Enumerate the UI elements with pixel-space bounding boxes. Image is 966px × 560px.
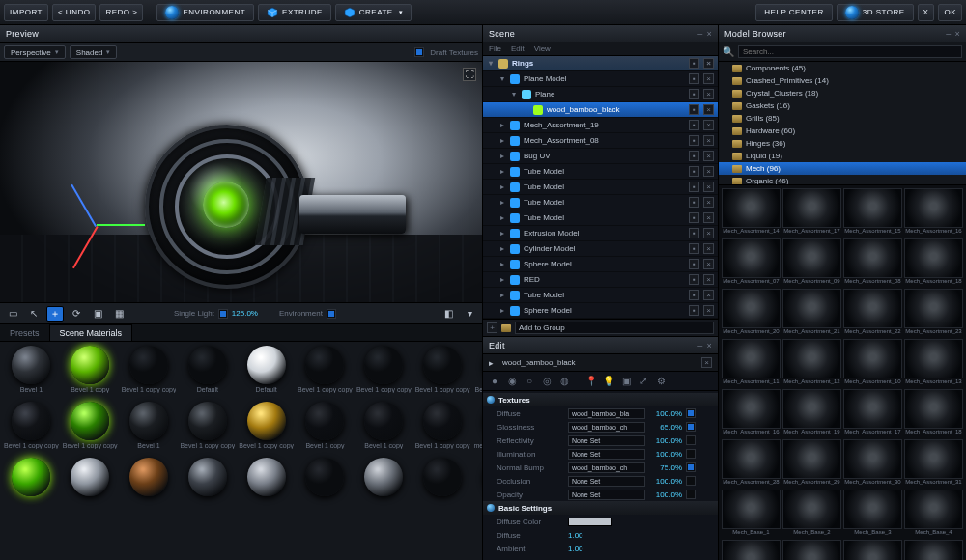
row-delete-icon[interactable]: × xyxy=(703,104,714,115)
property-checkbox[interactable] xyxy=(686,408,696,418)
color-swatch[interactable] xyxy=(568,518,612,526)
row-delete-icon[interactable]: × xyxy=(703,274,714,285)
row-visibility-icon[interactable]: ▪ xyxy=(689,212,699,223)
property-checkbox[interactable] xyxy=(686,435,696,445)
scene-node[interactable]: ▸Sphere Model▪× xyxy=(483,303,718,319)
toggle-icon[interactable]: ▸ xyxy=(498,229,506,238)
row-visibility-icon[interactable]: ▪ xyxy=(689,104,699,115)
property-checkbox[interactable] xyxy=(686,476,696,486)
scene-close-icon[interactable]: × xyxy=(706,29,712,39)
snap-tool-icon[interactable]: ▦ xyxy=(110,306,128,322)
folder-row[interactable]: Components (45) xyxy=(719,62,966,74)
row-delete-icon[interactable]: × xyxy=(703,290,714,300)
model-thumbnail[interactable]: Mech_Assortment_16 xyxy=(722,389,781,437)
model-thumbnail[interactable]: Mech_Base_2 xyxy=(782,490,841,538)
pin-icon[interactable]: 📍 xyxy=(583,374,599,389)
scene-node[interactable]: ▾Plane▪× xyxy=(483,87,718,102)
model-thumbnail[interactable]: Mech_Assortment_15 xyxy=(843,188,902,237)
circle-icon[interactable]: ○ xyxy=(522,374,537,389)
extrude-button[interactable]: EXTRUDE xyxy=(258,4,331,21)
material-swatch[interactable]: Bevel 1 copy copy xyxy=(356,346,412,398)
model-thumbnail[interactable]: Mech_Assortment_13 xyxy=(904,339,963,387)
single-light-checkbox[interactable] xyxy=(218,309,228,319)
model-thumbnail[interactable]: Mech_Base_1 xyxy=(722,490,781,538)
row-delete-icon[interactable]: × xyxy=(703,228,714,238)
toggle-icon[interactable]: ▸ xyxy=(498,213,506,222)
row-visibility-icon[interactable]: ▪ xyxy=(689,166,699,177)
sphere-icon[interactable]: ● xyxy=(487,374,502,389)
import-button[interactable]: IMPORT xyxy=(4,4,48,21)
model-thumbnail[interactable]: Mech_Disc_01 xyxy=(904,540,963,560)
model-thumbnail[interactable]: Mech_Assortment_20 xyxy=(722,289,781,337)
model-thumbnail[interactable]: Mech_Assortment_23 xyxy=(904,289,963,337)
toggle-icon[interactable]: ▾ xyxy=(510,90,518,98)
menu-edit[interactable]: Edit xyxy=(511,44,525,53)
model-thumbnail[interactable]: Mech_Assortment_29 xyxy=(782,439,841,488)
tab-presets[interactable]: Presets xyxy=(0,324,49,341)
toggle-icon[interactable]: ▸ xyxy=(498,182,506,191)
material-swatch[interactable]: Bevel 1 copy copy xyxy=(415,346,470,398)
folder-row[interactable]: Liquid (19) xyxy=(719,150,966,162)
row-delete-icon[interactable]: × xyxy=(703,197,714,208)
property-checkbox[interactable] xyxy=(686,490,696,499)
material-swatch[interactable]: Bevel 1 xyxy=(4,346,59,398)
disc-icon[interactable]: ◍ xyxy=(556,374,572,389)
scene-group-header[interactable]: ▾ Rings ▪ × xyxy=(483,56,718,71)
property-value-field[interactable]: None Set xyxy=(568,435,645,446)
property-value-field[interactable]: wood_bamboo_bla xyxy=(568,408,645,419)
toggle-icon[interactable]: ▸ xyxy=(498,121,506,129)
row-delete-icon[interactable]: × xyxy=(703,58,714,69)
gear-icon[interactable]: ⚙ xyxy=(653,374,668,389)
property-value-field[interactable]: wood_bamboo_ch xyxy=(568,422,645,433)
toggle-icon[interactable]: ▸ xyxy=(498,291,506,299)
draft-textures-checkbox[interactable] xyxy=(414,47,424,57)
row-delete-icon[interactable]: × xyxy=(703,166,714,177)
property-value-field[interactable]: None Set xyxy=(568,449,645,460)
material-swatch[interactable]: Bevel 1 copy copy xyxy=(63,402,118,454)
add-tool-icon[interactable]: ＋ xyxy=(46,306,64,322)
property-value[interactable]: 1.00 xyxy=(568,545,583,553)
model-thumbnail[interactable]: Mech_Assortment_30 xyxy=(843,439,902,488)
material-swatch[interactable] xyxy=(122,458,177,510)
row-visibility-icon[interactable]: ▪ xyxy=(689,89,699,99)
scene-minimize-icon[interactable]: – xyxy=(697,29,702,39)
close-button[interactable]: X xyxy=(918,4,935,21)
viewport[interactable]: ⛶ xyxy=(0,62,482,302)
row-visibility-icon[interactable]: ▪ xyxy=(689,182,699,192)
material-swatch[interactable]: Bevel 1 copy copy xyxy=(474,346,483,398)
camera-icon[interactable]: ▣ xyxy=(618,374,634,389)
folder-row[interactable]: Mech (96) xyxy=(719,162,966,175)
model-thumbnail[interactable]: Mech_Camera_02 xyxy=(843,540,902,560)
tab-scene-materials[interactable]: Scene Materials xyxy=(49,324,133,341)
model-thumbnail[interactable]: Mech_Assortment_31 xyxy=(904,439,963,488)
model-thumbnail[interactable]: Mech_Assortment_11 xyxy=(722,339,781,387)
scene-node[interactable]: ▸Mech_Assortment_08▪× xyxy=(483,133,718,149)
row-delete-icon[interactable]: × xyxy=(703,120,714,130)
property-checkbox[interactable] xyxy=(686,449,696,459)
material-swatch[interactable] xyxy=(180,458,235,510)
folder-row[interactable]: Grills (85) xyxy=(719,112,966,125)
scene-node[interactable]: ▸Tube Model▪× xyxy=(483,195,718,210)
toggle-icon[interactable]: ▸ xyxy=(498,152,506,160)
scene-node[interactable]: wood_bamboo_black▪× xyxy=(483,102,718,118)
scene-node[interactable]: ▸Tube Model▪× xyxy=(483,180,718,195)
section-header[interactable]: Textures xyxy=(483,393,718,406)
help-button[interactable]: HELP CENTER xyxy=(755,4,832,21)
toggle-icon[interactable]: ▸ xyxy=(498,275,506,284)
model-thumbnail[interactable]: Mech_Base_5 xyxy=(722,540,781,560)
material-swatch[interactable] xyxy=(4,458,59,510)
camera-dropdown[interactable]: Perspective xyxy=(4,45,66,59)
model-thumbnail[interactable]: Mech_Assortment_16 xyxy=(904,188,963,237)
toggle-icon[interactable]: ▸ xyxy=(498,306,506,315)
material-swatch[interactable] xyxy=(415,458,470,510)
material-swatch[interactable]: Default xyxy=(239,346,294,398)
material-swatch[interactable]: Default xyxy=(180,346,235,398)
property-value-field[interactable]: None Set xyxy=(568,476,645,487)
row-visibility-icon[interactable]: ▪ xyxy=(689,305,699,316)
property-percent[interactable]: 100.0% xyxy=(649,450,682,459)
property-value-field[interactable]: wood_bamboo_ch xyxy=(568,462,645,473)
row-visibility-icon[interactable]: ▪ xyxy=(689,228,699,238)
row-visibility-icon[interactable]: ▪ xyxy=(689,120,699,130)
toggle-icon[interactable]: ▸ xyxy=(498,198,506,207)
toggle-icon[interactable]: ▸ xyxy=(498,167,506,176)
